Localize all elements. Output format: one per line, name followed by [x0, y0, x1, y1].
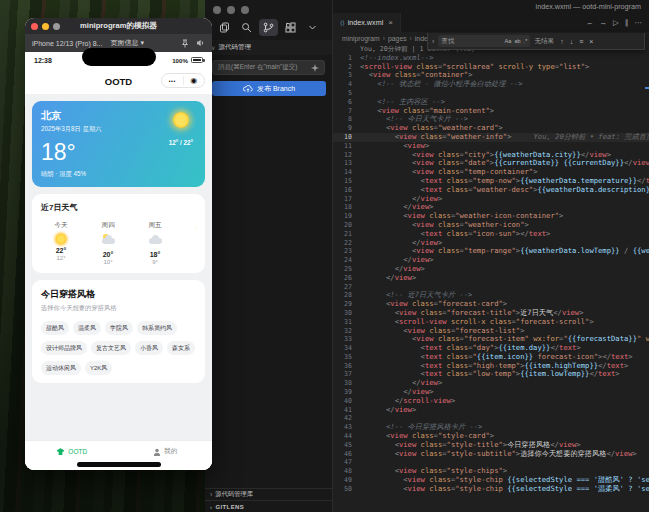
- ai-sparkle-icon[interactable]: [311, 64, 319, 72]
- style-chip[interactable]: 设计师品牌风: [41, 341, 87, 355]
- code-line[interactable]: 38 </view>: [333, 379, 649, 388]
- device-selector[interactable]: iPhone 12/13 (Pro) 8...: [32, 40, 102, 47]
- style-chip[interactable]: Y2K风: [85, 361, 112, 375]
- code-line[interactable]: 23 <view class="temp-range">{{weatherDat…: [333, 247, 649, 256]
- style-chip[interactable]: 学院风: [105, 321, 133, 335]
- find-input[interactable]: 查找 Aa ab .*: [438, 35, 530, 47]
- code-line[interactable]: 4 <!-- 状态栏 - 微信小程序会自动处理 -->: [333, 80, 649, 89]
- extensions-icon[interactable]: [281, 19, 300, 36]
- run-icon[interactable]: ▷: [613, 18, 619, 27]
- code-area[interactable]: You, 20分钟前 | 1 author (You)1<!--index.wx…: [333, 45, 649, 512]
- split-editor-icon[interactable]: ∥: [625, 18, 629, 27]
- code-line[interactable]: 42: [333, 414, 649, 423]
- regex-icon[interactable]: .*: [524, 38, 528, 44]
- code-line[interactable]: 28 <!-- 近7日天气卡片 -->: [333, 291, 649, 300]
- previous-match-icon[interactable]: ↑: [560, 38, 564, 45]
- next-match-icon[interactable]: ↓: [570, 38, 574, 45]
- breadcrumb-item[interactable]: miniprogram: [342, 35, 380, 42]
- close-window-icon[interactable]: [213, 6, 221, 14]
- code-line[interactable]: 44 <view class="style-card">: [333, 432, 649, 441]
- code-line[interactable]: 17 </view>: [333, 195, 649, 204]
- code-line[interactable]: 26 </view>: [333, 274, 649, 283]
- more-actions-icon[interactable]: ⋯: [635, 18, 643, 27]
- code-line[interactable]: 46 <view class="style-subtitle">选择你今天想要的…: [333, 450, 649, 459]
- code-line[interactable]: 39 </view>: [333, 388, 649, 397]
- code-line[interactable]: 14 <view class="temp-container">: [333, 168, 649, 177]
- scm-section-header[interactable]: ∨ 源代码管理: [205, 40, 332, 55]
- code-line[interactable]: 10 <view class="weather-info">You, 20分钟前…: [333, 133, 649, 142]
- zoom-window-icon[interactable]: [241, 6, 249, 14]
- toggle-replace-icon[interactable]: ›: [432, 38, 434, 45]
- code-line[interactable]: 49 <view class="style-chip {{selectedSty…: [333, 476, 649, 485]
- code-line[interactable]: 47: [333, 458, 649, 467]
- code-line[interactable]: 33 <view class="forecast-item" wx:for="{…: [333, 335, 649, 344]
- style-chip[interactable]: 韩系简约风: [137, 321, 177, 335]
- sound-icon[interactable]: [196, 39, 205, 47]
- style-chip[interactable]: 森女系: [167, 341, 195, 355]
- code-line[interactable]: 19 <view class="weather-icon-container">: [333, 212, 649, 221]
- code-line[interactable]: 25 </view>: [333, 265, 649, 274]
- code-line[interactable]: 11 <view>: [333, 142, 649, 151]
- code-line[interactable]: 37 <text class="low-temp">{{item.lowTemp…: [333, 370, 649, 379]
- code-line[interactable]: 50 <view class="style-chip {{selectedSty…: [333, 485, 649, 494]
- nav-back-icon[interactable]: ←: [586, 18, 594, 27]
- scm-repositories-section[interactable]: › 源代码管理库: [205, 488, 332, 500]
- code-line[interactable]: 35 <text class="{{item.icon}} forecast-i…: [333, 353, 649, 362]
- code-line[interactable]: 48 <view class="style-chips">: [333, 467, 649, 476]
- code-line[interactable]: 9 <view class="weather-card">: [333, 124, 649, 133]
- style-chip[interactable]: 小香风: [135, 341, 163, 355]
- code-line[interactable]: 21 <text class="icon-sun"></text>: [333, 230, 649, 239]
- close-find-icon[interactable]: ×: [589, 38, 593, 45]
- code-line[interactable]: 43 <!-- 今日穿搭风格卡片 -->: [333, 423, 649, 432]
- breadcrumb-item[interactable]: pages: [388, 35, 407, 42]
- code-line[interactable]: 5: [333, 89, 649, 98]
- code-line[interactable]: 20 <view class="weather-icon">: [333, 221, 649, 230]
- code-line[interactable]: 16 <text class="weather-desc">{{weatherD…: [333, 186, 649, 195]
- close-tab-icon[interactable]: ×: [388, 18, 393, 27]
- match-case-icon[interactable]: Aa: [505, 38, 512, 44]
- code-line[interactable]: 22 </view>: [333, 239, 649, 248]
- code-line[interactable]: 45 <view class="style-title">今日穿搭风格</vie…: [333, 441, 649, 450]
- whole-word-icon[interactable]: ab: [514, 38, 520, 44]
- publish-branch-button[interactable]: 发布 Branch: [212, 81, 326, 96]
- style-chip[interactable]: 甜酷风: [41, 321, 69, 335]
- code-line[interactable]: 18 </view>: [333, 203, 649, 212]
- code-line[interactable]: 27: [333, 283, 649, 292]
- code-line[interactable]: 2<scroll-view class="scrollarea" scroll-…: [333, 63, 649, 72]
- chevron-down-icon[interactable]: [303, 19, 322, 36]
- find-in-selection-icon[interactable]: ≡: [579, 38, 583, 45]
- code-line[interactable]: 29 <view class="forecast-card">: [333, 300, 649, 309]
- page-info-dropdown[interactable]: 页面信息 ▾: [110, 38, 143, 48]
- search-icon[interactable]: [237, 19, 256, 36]
- source-control-icon[interactable]: [259, 19, 278, 36]
- code-line[interactable]: 8 <!-- 今日天气卡片 -->: [333, 115, 649, 124]
- style-chip[interactable]: 运动休闲风: [41, 361, 81, 375]
- code-line[interactable]: 41 </view>: [333, 406, 649, 415]
- code-line[interactable]: 1<!--index.wxml-->: [333, 54, 649, 63]
- code-line[interactable]: 40 </scroll-view>: [333, 397, 649, 406]
- code-line[interactable]: 13 <view class="date">{{currentDate}} {{…: [333, 159, 649, 168]
- code-line[interactable]: 6 <!-- 主内容区 -->: [333, 98, 649, 107]
- forecast-row[interactable]: 今天22°12°周四20°10°周五18°9°周六15°8°: [41, 221, 196, 265]
- code-line[interactable]: 34 <text class="day">{{item.day}}</text>: [333, 344, 649, 353]
- code-line[interactable]: 7 <view class="main-content">: [333, 107, 649, 116]
- pin-icon[interactable]: [181, 39, 189, 48]
- tab-index-wxml[interactable]: ⟨⟩ index.wxml ×: [333, 13, 401, 32]
- nav-forward-icon[interactable]: →: [599, 18, 607, 27]
- commit-message-input[interactable]: 消息(⌘Enter 在"main"提交): [212, 60, 325, 75]
- menu-dots-icon[interactable]: •••: [162, 78, 183, 84]
- style-chip[interactable]: 温柔风: [73, 321, 101, 335]
- home-indicator[interactable]: [77, 462, 161, 467]
- code-line[interactable]: 32 <view class="forecast-list">: [333, 327, 649, 336]
- code-line[interactable]: 30 <view class="forecast-title">近7日天气</v…: [333, 309, 649, 318]
- code-line[interactable]: 31 <scroll-view scroll-x class="forecast…: [333, 318, 649, 327]
- window-controls[interactable]: [205, 0, 332, 17]
- gitlens-section[interactable]: › GITLENS: [205, 500, 332, 512]
- code-line[interactable]: 15 <text class="temp-now">{{weatherData.…: [333, 177, 649, 186]
- code-line[interactable]: 3 <view class="container">: [333, 71, 649, 80]
- code-line[interactable]: 24 </view>: [333, 256, 649, 265]
- minimize-target-icon[interactable]: ◉: [184, 76, 205, 85]
- code-line[interactable]: 36 <text class="high-temp">{{item.highTe…: [333, 362, 649, 371]
- code-line[interactable]: 12 <view class="city">{{weatherData.city…: [333, 151, 649, 160]
- minimize-window-icon[interactable]: [227, 6, 235, 14]
